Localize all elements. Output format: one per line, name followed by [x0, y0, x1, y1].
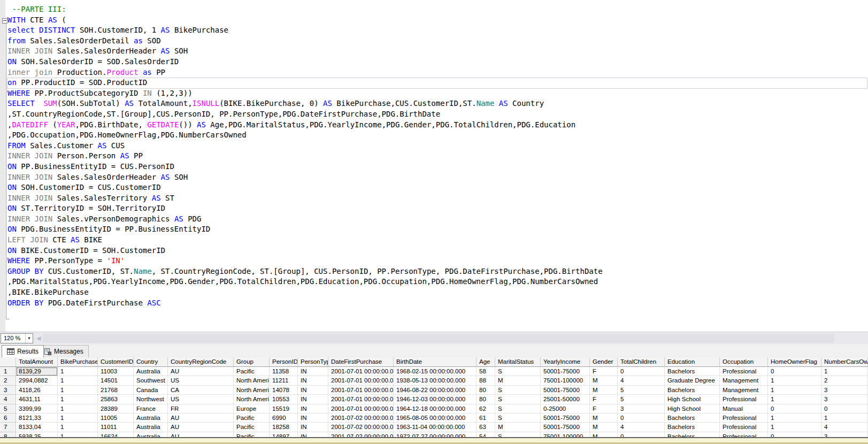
row-number[interactable]: 2	[0, 376, 16, 385]
grid-cell[interactable]: 2001-07-02 00:00:00.000	[328, 432, 394, 437]
grid-cell[interactable]: 75001-100000	[541, 432, 590, 437]
grid-cell[interactable]: Professional	[720, 395, 768, 404]
grid-cell[interactable]: F	[590, 367, 618, 376]
grid-cell[interactable]: IN	[298, 414, 328, 423]
grid-cell[interactable]: Professional	[720, 414, 768, 423]
column-header-PersonID[interactable]: PersonID	[270, 357, 298, 367]
grid-cell[interactable]: 1	[58, 414, 98, 423]
column-header-HomeOwnerFlag[interactable]: HomeOwnerFlag	[768, 357, 821, 367]
grid-cell[interactable]: 80	[477, 386, 495, 395]
grid-cell[interactable]: 8121,33	[16, 414, 58, 423]
grid-cell[interactable]: 1	[768, 395, 821, 404]
grid-cell[interactable]: 5	[618, 395, 665, 404]
column-header-DateFirstPurchase[interactable]: DateFirstPurchase	[328, 357, 394, 367]
grid-cell[interactable]: North America	[234, 386, 270, 395]
grid-cell[interactable]: 28389	[98, 404, 134, 414]
row-number[interactable]: 8	[0, 432, 16, 437]
grid-cell[interactable]: 3	[821, 395, 868, 404]
grid-cell[interactable]: North America	[234, 395, 270, 404]
grid-cell[interactable]: 1	[768, 386, 821, 395]
grid-cell[interactable]: 0	[618, 367, 665, 376]
grid-cell[interactable]: 10553	[270, 395, 298, 404]
grid-cell[interactable]: 1965-08-05 00:00:00.000	[394, 414, 477, 423]
grid-cell[interactable]: 0	[768, 432, 821, 437]
grid-cell[interactable]: 50001-75000	[541, 414, 590, 423]
grid-cell[interactable]: 2994,0882	[16, 376, 58, 385]
grid-cell[interactable]: North America	[234, 376, 270, 385]
grid-cell[interactable]: 3	[821, 386, 868, 395]
grid-cell[interactable]: 1	[58, 395, 98, 404]
grid-cell[interactable]: 0	[618, 432, 665, 437]
grid-cell[interactable]: 1	[58, 376, 98, 385]
grid-cell[interactable]: Professional	[720, 432, 768, 437]
grid-cell[interactable]: 6990	[270, 414, 298, 423]
grid-cell[interactable]: 11358	[270, 367, 298, 376]
grid-cell[interactable]: France	[134, 404, 168, 414]
column-header-TotalAmount[interactable]: TotalAmount	[16, 357, 58, 367]
column-header-Group[interactable]: Group	[234, 357, 270, 367]
grid-cell[interactable]: Bachelors	[665, 367, 720, 376]
grid-cell[interactable]: 1	[821, 414, 868, 423]
row-number[interactable]: 7	[0, 423, 16, 432]
grid-cell[interactable]: AU	[168, 423, 234, 432]
grid-cell[interactable]: 16624	[98, 432, 134, 437]
grid-cell[interactable]: Graduate Degree	[665, 376, 720, 385]
grid-cell[interactable]: 2001-07-01 00:00:00.000	[328, 395, 394, 404]
grid-cell[interactable]: AU	[168, 432, 234, 437]
grid-cell[interactable]: 0-25000	[541, 404, 590, 414]
grid-cell[interactable]: M	[590, 414, 618, 423]
column-header-PersonType[interactable]: PersonType	[298, 357, 328, 367]
grid-cell[interactable]: Bachelors	[665, 414, 720, 423]
grid-cell[interactable]: 0	[618, 414, 665, 423]
grid-cell[interactable]: 5938,25	[16, 432, 58, 437]
chevron-down-icon[interactable]: ▼	[25, 334, 33, 343]
grid-cell[interactable]: 4118,26	[16, 386, 58, 395]
grid-cell[interactable]: 54	[477, 432, 495, 437]
grid-cell[interactable]: 2001-07-01 00:00:00.000	[328, 386, 394, 395]
grid-cell[interactable]: IN	[298, 376, 328, 385]
grid-cell[interactable]: AU	[168, 414, 234, 423]
grid-cell[interactable]: 1	[58, 432, 98, 437]
grid-cell[interactable]: S	[495, 367, 541, 376]
grid-cell[interactable]: 4	[618, 423, 665, 432]
grid-cell[interactable]: Pacific	[234, 367, 270, 376]
column-header-BirthDate[interactable]: BirthDate	[394, 357, 477, 367]
grid-cell[interactable]: 80	[477, 395, 495, 404]
grid-cell[interactable]: 2001-07-02 00:00:00.000	[328, 423, 394, 432]
scroll-left-arrow-icon[interactable]: ◀	[36, 335, 41, 342]
grid-cell[interactable]: 50001-75000	[541, 423, 590, 432]
grid-cell[interactable]: S	[495, 432, 541, 437]
grid-cell[interactable]: 2001-07-01 00:00:00.000	[328, 367, 394, 376]
tab-messages[interactable]: Messages	[39, 345, 89, 357]
column-header-BikePurchase[interactable]: BikePurchase	[58, 357, 98, 367]
column-header-CustomerID[interactable]: CustomerID	[98, 357, 134, 367]
column-header-Gender[interactable]: Gender	[590, 357, 618, 367]
row-number[interactable]: 3	[0, 386, 16, 395]
grid-cell[interactable]: 11003	[98, 367, 134, 376]
grid-cell[interactable]: 4631,11	[16, 395, 58, 404]
grid-cell[interactable]: 11011	[98, 423, 134, 432]
grid-cell[interactable]: 4	[618, 376, 665, 385]
grid-cell[interactable]: 61	[477, 414, 495, 423]
grid-cell[interactable]: S	[495, 404, 541, 414]
grid-cell[interactable]: IN	[298, 404, 328, 414]
grid-cell[interactable]: IN	[298, 367, 328, 376]
grid-cell[interactable]: 1946-12-03 00:00:00.000	[394, 395, 477, 404]
grid-cell[interactable]: Management	[720, 376, 768, 385]
grid-cell[interactable]: M	[590, 376, 618, 385]
grid-cell[interactable]: 1963-11-04 00:00:00.000	[394, 423, 477, 432]
grid-cell[interactable]: Canada	[134, 386, 168, 395]
row-number[interactable]: 4	[0, 395, 16, 404]
grid-cell[interactable]: Australia	[134, 423, 168, 432]
grid-cell[interactable]: 50001-75000	[541, 386, 590, 395]
grid-cell[interactable]: 18258	[270, 423, 298, 432]
grid-cell[interactable]: 14501	[98, 376, 134, 385]
grid-cell[interactable]: 1	[58, 423, 98, 432]
grid-cell[interactable]: Bachelors	[665, 432, 720, 437]
grid-cell[interactable]: 2	[821, 376, 868, 385]
grid-cell[interactable]: 25001-50000	[541, 395, 590, 404]
select-all-corner[interactable]	[0, 357, 16, 367]
sql-editor[interactable]: --PARTE III:WITH CTE AS (select DISTINCT…	[0, 0, 868, 332]
grid-cell[interactable]: US	[168, 395, 234, 404]
grid-cell[interactable]: FR	[168, 404, 234, 414]
